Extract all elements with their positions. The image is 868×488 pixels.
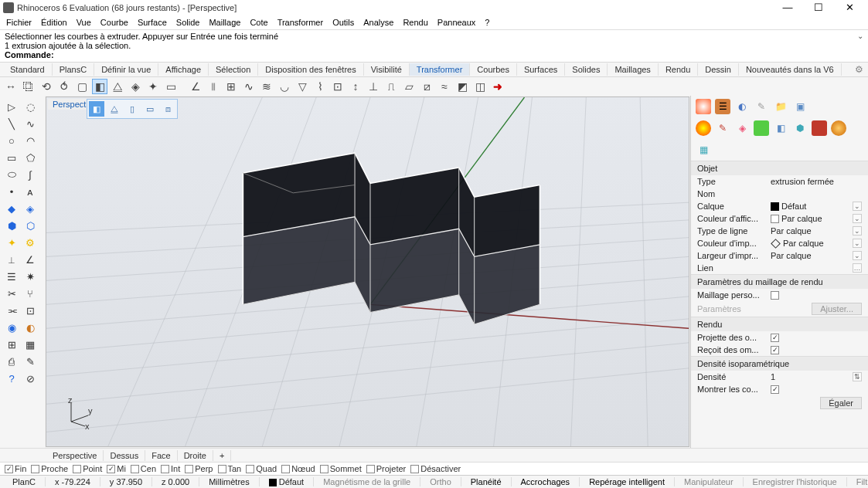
prop-layer-value[interactable]: Défaut: [771, 202, 853, 211]
polygon-icon[interactable]: ⬠: [22, 150, 39, 165]
arraypolar-icon[interactable]: ⊞: [223, 79, 239, 94]
smash-icon[interactable]: ▱: [401, 79, 417, 94]
unroll-icon[interactable]: ⧄: [419, 79, 434, 94]
menu-vue[interactable]: Vue: [77, 15, 91, 29]
scale-icon[interactable]: ▢: [74, 79, 90, 94]
osnap-tan-checkbox[interactable]: [218, 465, 226, 473]
viewport[interactable]: Perspect ◧ ⧋ ▯ ▭ ⧈: [46, 97, 689, 447]
adjust-button[interactable]: Ajuster...: [812, 303, 862, 315]
environment-icon[interactable]: [754, 120, 769, 136]
osnap-cen-checkbox[interactable]: [131, 465, 139, 473]
vtab-face[interactable]: Face: [145, 450, 177, 461]
status-layer[interactable]: Défaut: [260, 477, 314, 486]
status-units[interactable]: Millimètres: [199, 477, 260, 486]
stretch-icon[interactable]: ↕: [348, 79, 363, 94]
flyout-scale1d-icon[interactable]: ▯: [124, 101, 140, 117]
repeat-icon[interactable]: ➜: [490, 79, 505, 94]
prop-printcolor-value[interactable]: Par calque: [771, 239, 853, 248]
tabs-gear-icon[interactable]: ⚙: [855, 64, 863, 75]
tab-dessin[interactable]: Dessin: [698, 63, 739, 76]
printcolor-dropdown-icon[interactable]: ⌄: [853, 239, 862, 248]
array-icon[interactable]: ∠: [188, 79, 203, 94]
vtab-dessus[interactable]: Dessus: [104, 450, 145, 461]
command-prompt[interactable]: Commande:: [5, 50, 863, 59]
shade-icon[interactable]: ◐: [22, 320, 39, 335]
line-icon[interactable]: ╲: [3, 116, 20, 131]
osnap-fin-checkbox[interactable]: ✓: [5, 465, 13, 473]
density-value[interactable]: 1: [771, 372, 853, 381]
tab-definirlavue[interactable]: Définir la vue: [94, 63, 158, 76]
loft-icon[interactable]: ◈: [22, 201, 39, 216]
recvshadow-checkbox[interactable]: ✓: [771, 346, 779, 354]
ellipse-icon[interactable]: ⬭: [3, 167, 20, 182]
close-button[interactable]: ✕: [834, 0, 865, 15]
props-sphere-icon[interactable]: [696, 120, 711, 136]
dim-icon[interactable]: ⟂: [3, 252, 20, 267]
options-icon[interactable]: ⊘: [22, 371, 39, 386]
menu-outils[interactable]: Outils: [332, 15, 354, 29]
help-icon[interactable]: ?: [3, 371, 20, 386]
transform-gear-icon[interactable]: ✦: [3, 235, 20, 250]
mirror-icon[interactable]: ⧋: [110, 79, 125, 94]
minimize-button[interactable]: —: [772, 0, 803, 15]
layers-icon[interactable]: ☰: [3, 269, 20, 284]
display-panel-icon[interactable]: ◐: [734, 99, 750, 114]
menu-rendu[interactable]: Rendu: [403, 15, 427, 29]
equalize-button[interactable]: Égaler: [820, 397, 862, 409]
twist-icon[interactable]: ≋: [259, 79, 274, 94]
shear-icon[interactable]: ◈: [128, 79, 143, 94]
osnap-projeter-checkbox[interactable]: [366, 465, 375, 473]
tab-nouveautes[interactable]: Nouveautés dans la V6: [739, 63, 842, 76]
osnap-point-checkbox[interactable]: [73, 465, 81, 473]
layers-panel-icon[interactable]: ☰: [715, 99, 730, 114]
text-icon[interactable]: ᴀ: [22, 184, 39, 199]
menu-panneaux[interactable]: Panneaux: [437, 15, 476, 29]
box-edit-icon[interactable]: ◫: [472, 79, 488, 94]
menu-courbe[interactable]: Courbe: [100, 15, 128, 29]
viewport-label[interactable]: Perspect: [48, 99, 90, 110]
tab-solides[interactable]: Solides: [565, 63, 608, 76]
display-mode-icon[interactable]: ▣: [792, 99, 808, 114]
menu-maillage[interactable]: Maillage: [209, 15, 240, 29]
solid-icon[interactable]: ⬢: [3, 218, 20, 233]
status-osnap[interactable]: Accrochages: [512, 477, 580, 486]
tab-standard[interactable]: Standard: [3, 63, 53, 76]
menu-cote[interactable]: Cote: [250, 15, 267, 29]
status-gumball[interactable]: Manipulateur: [675, 477, 744, 486]
orient-icon[interactable]: ✦: [145, 79, 161, 94]
gear-icon[interactable]: ⚙: [22, 235, 39, 250]
arc-icon[interactable]: ◠: [22, 133, 39, 148]
tab-surfaces[interactable]: Surfaces: [517, 63, 565, 76]
osnap-int-checkbox[interactable]: [161, 465, 169, 473]
gumball-icon[interactable]: ◧: [92, 79, 107, 94]
paint-icon[interactable]: ✎: [715, 120, 730, 136]
measure-icon[interactable]: ✎: [22, 354, 39, 369]
print-icon[interactable]: ⎙: [3, 354, 20, 369]
circle-icon[interactable]: ○: [3, 133, 20, 148]
explode-icon[interactable]: ✷: [22, 269, 39, 284]
menu-help[interactable]: ?: [485, 15, 489, 29]
trim-icon[interactable]: ✂: [3, 286, 20, 301]
project-icon[interactable]: ⎍: [383, 79, 399, 94]
mesh-icon[interactable]: ⬡: [22, 218, 39, 233]
render-icon[interactable]: ◉: [3, 320, 20, 335]
tab-transformer[interactable]: Transformer: [410, 63, 471, 76]
flyout-mirror-icon[interactable]: ⧋: [107, 101, 122, 117]
layer-dropdown-icon[interactable]: ⌄: [853, 202, 862, 211]
showcurves-checkbox[interactable]: ✓: [771, 385, 779, 394]
point-icon[interactable]: •: [3, 184, 20, 199]
arraycrv-icon[interactable]: ∿: [241, 79, 257, 94]
printwidth-dropdown-icon[interactable]: ⌄: [853, 251, 862, 260]
prop-printwidth-value[interactable]: Par calque: [771, 251, 853, 260]
grid-icon[interactable]: ▦: [22, 337, 39, 352]
clipping-icon[interactable]: ⬢: [792, 120, 808, 136]
tab-rendu[interactable]: Rendu: [659, 63, 698, 76]
texture-icon[interactable]: ◈: [734, 120, 750, 136]
rect-icon[interactable]: ▭: [3, 150, 20, 165]
maximize-button[interactable]: ☐: [803, 0, 834, 15]
split-icon[interactable]: ⑂: [22, 286, 39, 301]
named-views-icon[interactable]: [812, 120, 827, 136]
rotate3d-icon[interactable]: ⥀: [56, 79, 72, 94]
prop-dispcolor-value[interactable]: Par calque: [771, 214, 853, 223]
menu-solide[interactable]: Solide: [176, 15, 200, 29]
